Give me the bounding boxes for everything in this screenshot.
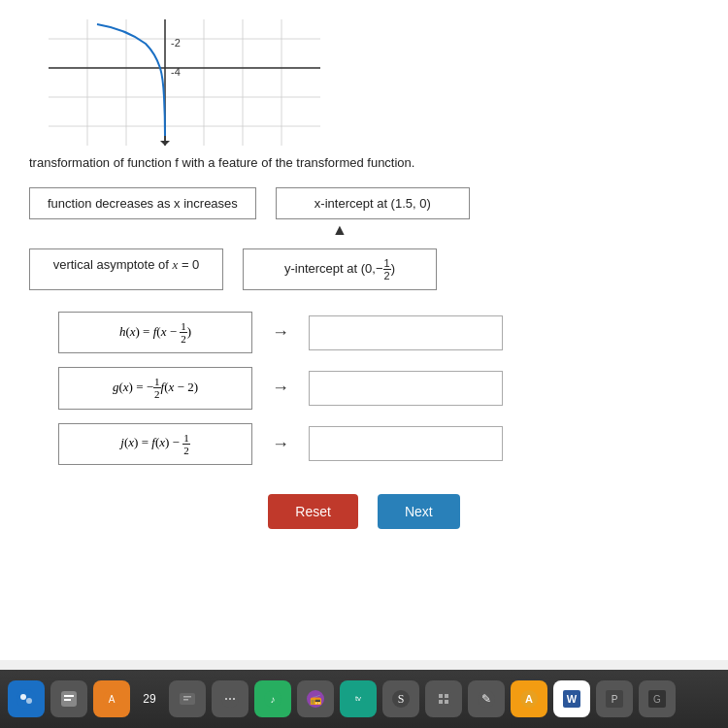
taskbar-icon-9[interactable] xyxy=(425,680,462,717)
taskbar-podcast-icon[interactable]: 📻 xyxy=(297,680,334,717)
taskbar-icon-10[interactable]: ✎ xyxy=(468,680,505,717)
svg-text:W: W xyxy=(567,693,578,705)
taskbar-icon-A[interactable]: A xyxy=(511,680,547,717)
svg-text:📻: 📻 xyxy=(310,693,322,706)
svg-text:G: G xyxy=(653,694,661,705)
feature-box-y-intercept[interactable]: y-intercept at (0,−12) xyxy=(243,248,437,290)
taskbar-icon-last[interactable]: G xyxy=(639,680,676,717)
taskbar-date: 29 xyxy=(136,692,163,706)
arrow-right-j: → xyxy=(272,434,289,454)
svg-text:A: A xyxy=(109,694,116,705)
svg-rect-20 xyxy=(64,695,74,697)
taskbar-icon-8[interactable]: S xyxy=(382,680,419,717)
svg-text:S: S xyxy=(398,692,405,706)
svg-text:⋯: ⋯ xyxy=(224,692,236,706)
taskbar-icon-6[interactable]: ♪ xyxy=(254,680,291,717)
svg-rect-37 xyxy=(436,691,451,707)
svg-text:♪: ♪ xyxy=(271,694,276,705)
reset-button[interactable]: Reset xyxy=(268,494,358,529)
svg-text:✎: ✎ xyxy=(481,692,491,706)
up-arrow: ▲ xyxy=(332,221,347,239)
x-intercept-label: x-intercept at (1.5, 0) xyxy=(314,196,431,211)
svg-text:P: P xyxy=(612,694,618,705)
feature-grid: function decreases as x increases x-inte… xyxy=(29,187,699,290)
y-intercept-label: y-intercept at (0,−12) xyxy=(284,261,395,276)
svg-rect-40 xyxy=(439,700,443,704)
matching-section: h(x) = f(x − 12) → g(x) = −12f(x − 2) → … xyxy=(58,312,699,465)
svg-text:A: A xyxy=(525,693,533,705)
match-row-h: h(x) = f(x − 12) → xyxy=(58,312,699,353)
graph-area: -2 -4 xyxy=(49,19,320,146)
taskbar-icon-p[interactable]: P xyxy=(596,680,633,717)
taskbar-tv-icon[interactable]: tv xyxy=(340,680,377,717)
answer-box-j[interactable] xyxy=(309,426,503,461)
taskbar-icon-3[interactable]: A xyxy=(93,680,130,717)
function-box-j: j(x) = f(x) − 12 xyxy=(58,423,252,465)
svg-point-16 xyxy=(17,689,36,709)
function-box-g: g(x) = −12f(x − 2) xyxy=(58,367,252,409)
svg-point-18 xyxy=(26,698,32,704)
svg-rect-25 xyxy=(183,696,191,698)
answer-box-h[interactable] xyxy=(309,315,503,350)
answer-box-g[interactable] xyxy=(309,371,503,406)
feature-box-x-intercept[interactable]: x-intercept at (1.5, 0) xyxy=(276,187,470,219)
taskbar-icon-4[interactable] xyxy=(169,680,206,717)
svg-point-17 xyxy=(20,694,26,700)
feature-box-decreases[interactable]: function decreases as x increases xyxy=(29,187,256,219)
main-content: -2 -4 transformation of function f with … xyxy=(0,0,728,660)
taskbar: A 29 ⋯ ♪ 📻 tv S ✎ A W P G xyxy=(0,670,728,728)
svg-rect-41 xyxy=(445,700,448,704)
svg-text:tv: tv xyxy=(355,694,361,703)
instruction-text: transformation of function f with a feat… xyxy=(29,155,699,170)
taskbar-icon-2[interactable] xyxy=(50,680,87,717)
svg-rect-39 xyxy=(445,694,448,698)
feature-row-1: function decreases as x increases x-inte… xyxy=(29,187,699,219)
svg-text:-2: -2 xyxy=(171,37,181,49)
taskbar-icon-5[interactable]: ⋯ xyxy=(212,680,248,717)
asymptote-label: vertical asymptote of x = 0 xyxy=(53,257,200,272)
function-h-label: h(x) = f(x − 12) xyxy=(119,324,191,339)
svg-rect-21 xyxy=(64,699,71,701)
match-row-j: j(x) = f(x) − 12 → xyxy=(58,423,699,465)
arrow-right-g: → xyxy=(272,378,289,398)
svg-rect-38 xyxy=(439,694,443,698)
arrow-right-h: → xyxy=(272,322,289,343)
svg-marker-13 xyxy=(160,141,170,146)
buttons-row: Reset Next xyxy=(29,494,699,529)
next-button[interactable]: Next xyxy=(378,494,460,529)
svg-rect-26 xyxy=(183,699,188,701)
taskbar-finder-icon[interactable] xyxy=(8,680,45,717)
feature-row-2: vertical asymptote of x = 0 y-intercept … xyxy=(29,248,699,290)
match-row-g: g(x) = −12f(x − 2) → xyxy=(58,367,699,409)
svg-text:-4: -4 xyxy=(171,66,181,78)
feature-box-asymptote[interactable]: vertical asymptote of x = 0 xyxy=(29,248,223,290)
function-box-h: h(x) = f(x − 12) xyxy=(58,312,252,353)
function-g-label: g(x) = −12f(x − 2) xyxy=(113,380,198,394)
function-j-label: j(x) = f(x) − 12 xyxy=(120,435,189,449)
taskbar-icon-word[interactable]: W xyxy=(553,680,590,717)
